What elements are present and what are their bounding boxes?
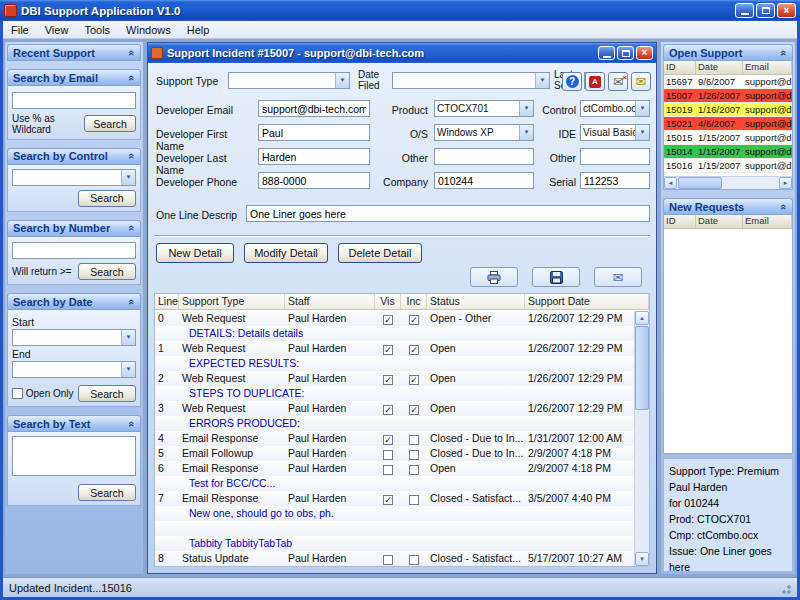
- detail-row[interactable]: 2Web RequestPaul Harden✓✓Open1/26/2007 1…: [155, 371, 633, 386]
- inc-checkbox-checked[interactable]: ✓: [409, 315, 419, 325]
- input-company[interactable]: [434, 172, 534, 189]
- input-developer-email[interactable]: [258, 100, 370, 117]
- detail-row[interactable]: 6Email ResponsePaul HardenOpen2/9/2007 4…: [155, 461, 633, 476]
- chevron-up-icon[interactable]: «: [127, 225, 137, 231]
- chevron-down-icon[interactable]: ▼: [519, 125, 533, 140]
- chevron-down-icon[interactable]: ▼: [121, 330, 135, 345]
- detail-note-row[interactable]: EXPECTED RESULTS:: [155, 356, 633, 371]
- incident-restore-button[interactable]: [617, 46, 634, 60]
- open-support-row[interactable]: 156979/6/2007support@dbi-te: [664, 75, 792, 89]
- vis-checkbox-unchecked[interactable]: [383, 450, 393, 460]
- chevron-down-icon[interactable]: ▼: [535, 73, 549, 88]
- ide-combobox[interactable]: Visual Basic 6▼: [580, 124, 650, 141]
- o-s-combobox[interactable]: Windows XP▼: [434, 124, 534, 141]
- detail-row[interactable]: 5Email FollowupPaul HardenClosed - Due t…: [155, 446, 633, 461]
- open-support-header[interactable]: Open Support «: [663, 44, 793, 61]
- input-other[interactable]: [434, 148, 534, 165]
- control-combobox[interactable]: ** All Components ** ▼: [12, 169, 136, 186]
- chevron-up-icon[interactable]: «: [127, 49, 137, 55]
- resize-grip[interactable]: [779, 582, 791, 594]
- column-id[interactable]: ID: [664, 61, 696, 74]
- support-type-combobox[interactable]: Premium ▼: [228, 72, 350, 89]
- open-only-option[interactable]: Open Only: [12, 388, 74, 400]
- control-combobox[interactable]: ctCombo.ocx▼: [580, 100, 650, 117]
- open-support-row[interactable]: 150141/15/2007support@dbi-te: [664, 145, 792, 159]
- column-date[interactable]: Date: [696, 215, 743, 228]
- search-email-header[interactable]: Search by Email «: [7, 69, 141, 86]
- date-filed-picker[interactable]: Friday , January 26, 2007 ▼: [392, 72, 550, 89]
- end-date-picker[interactable]: Tuesday , September 11, 2007 ▼: [12, 361, 136, 378]
- inc-checkbox-checked[interactable]: ✓: [409, 345, 419, 355]
- new-requests-header[interactable]: New Requests «: [663, 198, 793, 215]
- detail-row[interactable]: 8Status UpdatePaul HardenClosed - Satisf…: [155, 551, 633, 566]
- column-staff[interactable]: Staff: [285, 294, 375, 309]
- detail-note-row[interactable]: Test for BCC/CC...: [155, 476, 633, 491]
- search-email-button[interactable]: Search: [84, 115, 136, 132]
- scroll-down-button[interactable]: ▼: [635, 552, 649, 566]
- vis-checkbox-checked[interactable]: ✓: [383, 375, 393, 385]
- detail-note-row[interactable]: ERRORS PRODUCED:: [155, 416, 633, 431]
- search-email-input[interactable]: [12, 92, 136, 109]
- inc-checkbox-checked[interactable]: ✓: [409, 405, 419, 415]
- column-status[interactable]: Status: [427, 294, 525, 309]
- inc-checkbox-checked[interactable]: ✓: [409, 375, 419, 385]
- save-button[interactable]: [532, 267, 580, 287]
- detail-row[interactable]: 1Web RequestPaul Harden✓✓Open1/26/2007 1…: [155, 341, 633, 356]
- product-combobox[interactable]: CTOCX701▼: [434, 100, 534, 117]
- input-developer-phone[interactable]: [258, 172, 370, 189]
- chevron-down-icon[interactable]: ▼: [335, 73, 349, 88]
- search-number-button[interactable]: Search: [78, 263, 136, 280]
- search-number-input[interactable]: [12, 242, 136, 259]
- search-text-input[interactable]: [12, 436, 136, 476]
- vis-checkbox-unchecked[interactable]: [383, 555, 393, 565]
- help-button[interactable]: ?: [562, 72, 582, 91]
- detail-row[interactable]: 7Email ResponsePaul Harden✓Closed - Sati…: [155, 491, 633, 506]
- open-support-grid-header[interactable]: ID Date Email: [664, 61, 792, 75]
- chevron-down-icon[interactable]: ▼: [519, 101, 533, 116]
- menu-windows[interactable]: Windows: [118, 22, 179, 38]
- detail-row[interactable]: 3Web RequestPaul Harden✓✓Open1/26/2007 1…: [155, 401, 633, 416]
- open-support-row[interactable]: 150151/15/2007support@dbi-te: [664, 131, 792, 145]
- menu-view[interactable]: View: [37, 22, 77, 38]
- start-date-picker[interactable]: Monday , September 03, 2007 ▼: [12, 329, 136, 346]
- modify-detail-button[interactable]: Modify Detail: [244, 243, 328, 263]
- scroll-up-button[interactable]: ▲: [635, 311, 649, 325]
- detail-note-row[interactable]: New one, should go to obs, ph.: [155, 506, 633, 521]
- detail-table-header[interactable]: Line Support Type Staff Vis Inc Status S…: [155, 294, 649, 310]
- horizontal-scrollbar[interactable]: ◄ ►: [664, 176, 792, 189]
- chevron-down-icon[interactable]: ▼: [635, 125, 649, 140]
- input-serial[interactable]: [580, 172, 650, 189]
- inc-checkbox-unchecked[interactable]: [409, 555, 419, 565]
- menu-help[interactable]: Help: [179, 22, 218, 38]
- search-text-button[interactable]: Search: [78, 484, 136, 501]
- close-button[interactable]: ×: [777, 3, 796, 18]
- input-developer-first-name[interactable]: [258, 124, 370, 141]
- incident-close-button[interactable]: ×: [636, 46, 653, 60]
- new-requests-grid-header[interactable]: ID Date Email: [664, 215, 792, 229]
- detail-note-row[interactable]: [155, 521, 633, 536]
- vis-checkbox-checked[interactable]: ✓: [383, 495, 393, 505]
- search-date-button[interactable]: Search: [78, 385, 136, 402]
- vis-checkbox-checked[interactable]: ✓: [383, 345, 393, 355]
- open-only-checkbox[interactable]: [12, 388, 23, 399]
- column-support-type[interactable]: Support Type: [179, 294, 285, 309]
- search-control-button[interactable]: Search: [78, 190, 136, 207]
- vis-checkbox-checked[interactable]: ✓: [383, 315, 393, 325]
- detail-note-row[interactable]: Tabbity TabbityTabTab: [155, 536, 633, 551]
- email-button[interactable]: ✉: [631, 72, 651, 91]
- column-date[interactable]: Date: [696, 61, 743, 74]
- scroll-right-button[interactable]: ►: [779, 177, 792, 189]
- incident-titlebar[interactable]: Support Incident #15007 - support@dbi-te…: [148, 43, 656, 63]
- menu-file[interactable]: File: [3, 22, 37, 38]
- open-support-row[interactable]: 150214/6/2007support@dbi-te: [664, 117, 792, 131]
- menu-tools[interactable]: Tools: [76, 22, 118, 38]
- column-line[interactable]: Line: [155, 294, 179, 309]
- column-inc[interactable]: Inc: [401, 294, 427, 309]
- chevron-down-icon[interactable]: ▼: [121, 362, 135, 377]
- input-other[interactable]: [580, 148, 650, 165]
- input-developer-last-name[interactable]: [258, 148, 370, 165]
- chevron-down-icon[interactable]: ▼: [121, 170, 135, 185]
- pdf-button[interactable]: A: [585, 72, 605, 91]
- detail-note-row[interactable]: STEPS TO DUPLICATE:: [155, 386, 633, 401]
- column-email[interactable]: Email: [743, 215, 792, 228]
